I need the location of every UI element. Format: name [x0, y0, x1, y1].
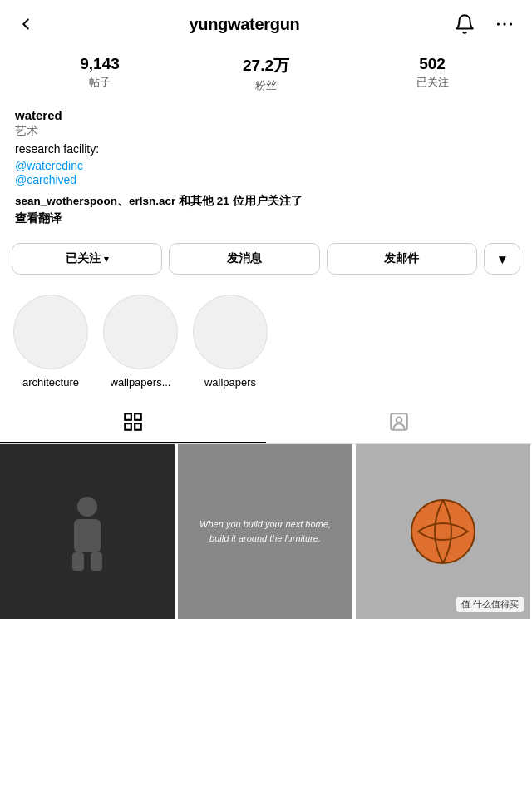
- chevron-down-icon: ▾: [104, 254, 109, 265]
- back-button[interactable]: [15, 13, 37, 35]
- svg-point-13: [411, 500, 475, 563]
- highlight-label-2: wallpapers: [204, 376, 256, 389]
- following-label: 已关注: [66, 251, 101, 266]
- grid-cell-0[interactable]: [0, 444, 175, 619]
- posts-count: 9,143: [17, 55, 183, 73]
- header-icons: [452, 12, 517, 37]
- grid-icon: [122, 411, 144, 433]
- followers-stat[interactable]: 27.2万 粉丝: [183, 55, 349, 93]
- bio-followers-text: sean_wotherspoon、erlsn.acr 和其他 21 位用户关注了: [15, 193, 517, 210]
- person-silhouette: [62, 490, 112, 573]
- more-options-button[interactable]: [492, 12, 517, 37]
- highlight-circle-2: [193, 295, 268, 369]
- bio-section: watered 艺术 research facility: @wateredin…: [0, 97, 532, 235]
- notification-button[interactable]: [452, 12, 477, 37]
- highlight-label-1: wallpapers...: [111, 376, 171, 389]
- highlight-circle-1: [103, 295, 178, 369]
- header: yungwatergun: [0, 0, 532, 45]
- grid-cell-2[interactable]: 值 什么值得买: [356, 444, 530, 619]
- grid-preview: When you build your next home,build it a…: [0, 444, 532, 619]
- cell-content-2: [356, 444, 530, 619]
- highlights-section: architecture wallpapers... wallpapers: [0, 286, 532, 402]
- tab-bar: [0, 402, 532, 444]
- profile-username: yungwatergun: [189, 15, 299, 34]
- svg-rect-6: [135, 423, 141, 430]
- dropdown-icon: ▾: [499, 251, 505, 267]
- message-button[interactable]: 发消息: [169, 243, 319, 275]
- stats-row: 9,143 帖子 27.2万 粉丝 502 已关注: [0, 45, 532, 97]
- bio-name: watered: [15, 108, 517, 122]
- basketball-icon: [410, 498, 476, 565]
- highlight-item-0[interactable]: architecture: [13, 295, 88, 389]
- more-dropdown-button[interactable]: ▾: [484, 243, 520, 275]
- svg-point-9: [77, 497, 97, 517]
- person-square-icon: [388, 411, 410, 433]
- translate-button[interactable]: 查看翻译: [15, 211, 517, 226]
- followers-count: 27.2万: [183, 55, 349, 77]
- email-label: 发邮件: [384, 251, 419, 266]
- cell-content-1: When you build your next home,build it a…: [178, 444, 352, 619]
- watermark-badge: 值 什么值得买: [456, 597, 524, 612]
- svg-rect-12: [91, 552, 102, 571]
- svg-point-0: [497, 22, 500, 25]
- svg-rect-11: [72, 552, 84, 571]
- grid-cell-1[interactable]: When you build your next home,build it a…: [178, 444, 352, 619]
- followers-label: 粉丝: [183, 78, 349, 93]
- following-stat[interactable]: 502 已关注: [349, 55, 515, 93]
- following-button[interactable]: 已关注 ▾: [12, 243, 162, 275]
- svg-point-2: [510, 22, 512, 25]
- following-label: 已关注: [349, 75, 515, 90]
- email-button[interactable]: 发邮件: [327, 243, 477, 275]
- bio-category: 艺术: [15, 124, 517, 139]
- posts-label: 帖子: [17, 75, 183, 90]
- posts-stat[interactable]: 9,143 帖子: [17, 55, 183, 93]
- svg-point-1: [503, 22, 505, 25]
- highlight-item-2[interactable]: wallpapers: [193, 295, 268, 389]
- svg-rect-10: [74, 519, 101, 552]
- bio-link1[interactable]: @wateredinc: [15, 159, 517, 172]
- svg-rect-4: [135, 414, 141, 421]
- svg-point-8: [397, 418, 402, 423]
- action-buttons: 已关注 ▾ 发消息 发邮件 ▾: [0, 235, 532, 286]
- highlight-item-1[interactable]: wallpapers...: [103, 295, 178, 389]
- bio-link2[interactable]: @carchived: [15, 173, 517, 186]
- svg-rect-5: [125, 423, 131, 430]
- highlight-label-0: architecture: [22, 376, 79, 389]
- bio-research: research facility:: [15, 141, 517, 158]
- followers-names: sean_wotherspoon、erlsn.acr 和其他 21 位用户关注了: [15, 195, 303, 207]
- message-label: 发消息: [227, 251, 262, 266]
- tab-tagged[interactable]: [266, 402, 532, 443]
- tab-grid[interactable]: [0, 402, 266, 443]
- cell-content-0: [0, 444, 175, 619]
- svg-rect-3: [125, 414, 131, 421]
- highlight-circle-0: [13, 295, 88, 369]
- following-count: 502: [349, 55, 515, 73]
